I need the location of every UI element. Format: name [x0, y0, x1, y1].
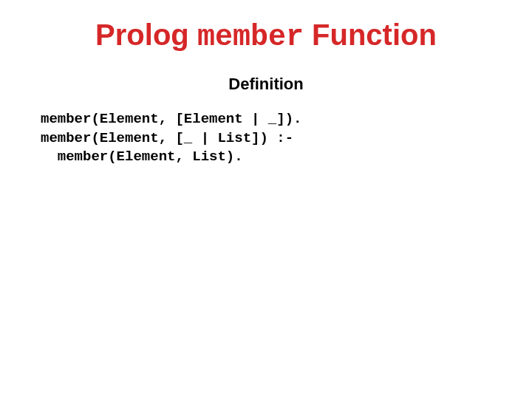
title-word-member: member: [197, 21, 304, 54]
title-word-prolog: Prolog: [95, 18, 197, 51]
slide-container: Prolog member Function Definition member…: [0, 0, 532, 399]
slide-subtitle: Definition: [41, 75, 491, 94]
code-definition: member(Element, [Element | _]). member(E…: [41, 110, 491, 167]
slide-title: Prolog member Function: [41, 18, 491, 54]
title-word-function: Function: [304, 18, 437, 51]
